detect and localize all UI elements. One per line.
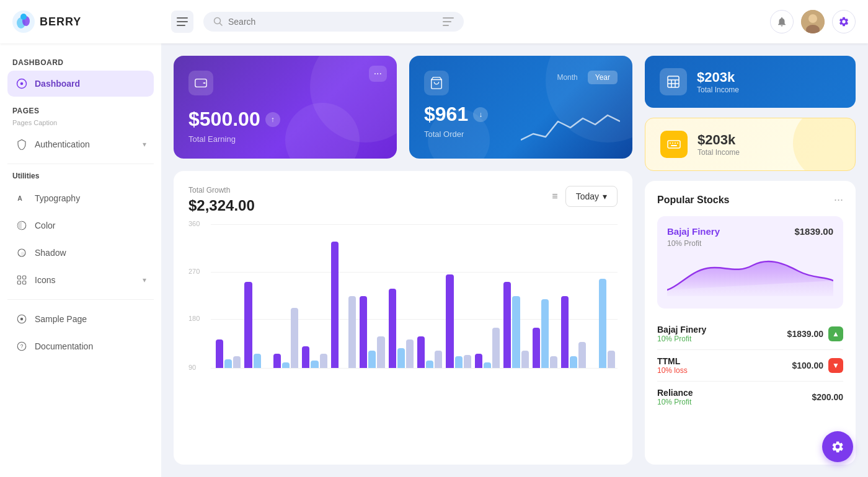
bar-lightblue bbox=[282, 362, 290, 368]
stock-info-reliance: Reliance 10% Profit bbox=[657, 388, 693, 406]
sidebar-item-documentation[interactable]: ? Documentation bbox=[7, 333, 154, 359]
table-icon bbox=[666, 74, 681, 89]
sidebar-item-typography[interactable]: A Typography bbox=[7, 185, 154, 211]
bar-lightblue bbox=[224, 359, 232, 368]
typography-label: Typography bbox=[35, 193, 80, 203]
stock-down-arrow-icon: ▼ bbox=[828, 358, 843, 373]
bar-lightblue bbox=[397, 348, 405, 368]
avatar[interactable] bbox=[801, 10, 825, 33]
svg-rect-23 bbox=[17, 281, 20, 284]
shadow-icon bbox=[15, 246, 29, 260]
order-sparkline bbox=[521, 109, 620, 146]
logo-text: BERRY bbox=[40, 15, 81, 28]
notification-button[interactable] bbox=[770, 10, 794, 33]
bar-lavender bbox=[550, 356, 557, 368]
sidebar-divider bbox=[7, 164, 154, 164]
bar-purple bbox=[446, 274, 453, 368]
sidebar-item-sample-page[interactable]: Sample Page bbox=[7, 306, 154, 332]
chart-amount: $2,324.00 bbox=[188, 197, 255, 214]
menu-button[interactable] bbox=[171, 11, 193, 33]
chart-title: Total Growth bbox=[188, 186, 255, 195]
dashboard-icon bbox=[15, 77, 29, 90]
stock-name-reliance: Reliance bbox=[657, 388, 693, 398]
logo: BERRY bbox=[12, 11, 161, 33]
bar-purple bbox=[273, 354, 281, 368]
bar-purple bbox=[417, 336, 425, 368]
bar-purple bbox=[389, 289, 396, 368]
order-card-icon bbox=[424, 71, 449, 95]
settings-icon bbox=[838, 16, 849, 27]
bar-lightblue bbox=[368, 351, 376, 368]
svg-rect-11 bbox=[443, 25, 449, 26]
today-button[interactable]: Today ▾ bbox=[565, 186, 618, 207]
documentation-label: Documentation bbox=[35, 341, 93, 351]
bag-icon bbox=[430, 76, 443, 90]
bar-group-8 bbox=[417, 224, 442, 368]
featured-stock-top: Bajaj Finery $1839.00 bbox=[667, 226, 833, 237]
svg-rect-10 bbox=[443, 21, 451, 22]
card-income-yellow: $203k Total Income bbox=[645, 118, 856, 171]
svg-point-3 bbox=[20, 14, 27, 20]
bar-purple bbox=[244, 282, 252, 368]
sidebar-item-shadow[interactable]: Shadow bbox=[7, 240, 154, 266]
chart-text: Total Growth $2,324.00 bbox=[188, 186, 255, 214]
bar-purple bbox=[302, 346, 309, 368]
search-input[interactable] bbox=[228, 17, 438, 27]
chart-menu-icon[interactable]: ≡ bbox=[552, 191, 557, 202]
svg-line-8 bbox=[220, 24, 223, 26]
content: ··· $500.00 ↑ Total Earning bbox=[161, 43, 868, 477]
income-yellow-label: Total Income bbox=[698, 148, 740, 157]
cards-row: ··· $500.00 ↑ Total Earning bbox=[174, 56, 632, 159]
bar-group-7 bbox=[389, 224, 414, 368]
stock-profit-bajaj: 10% Profit bbox=[657, 335, 706, 343]
svg-rect-4 bbox=[177, 17, 188, 19]
authentication-icon bbox=[15, 138, 29, 151]
stocks-more-button[interactable]: ··· bbox=[834, 193, 843, 206]
bar-lightblue bbox=[426, 361, 433, 368]
bar-group-3 bbox=[273, 224, 298, 368]
bar-lavender bbox=[521, 351, 529, 368]
income-blue-amount: $203k bbox=[697, 69, 739, 85]
bar-lavender bbox=[377, 336, 384, 368]
bar-lavender bbox=[464, 355, 471, 368]
stock-list-item-2: TTML 10% loss $100.00 ▼ bbox=[657, 350, 843, 382]
settings-button[interactable] bbox=[832, 10, 856, 33]
bar-group-11 bbox=[503, 224, 528, 368]
bar-group-2 bbox=[244, 224, 269, 368]
stock-info-bajaj: Bajaj Finery 10% Profit bbox=[657, 325, 706, 343]
stock-price-reliance: $200.00 bbox=[812, 392, 843, 402]
search-icon bbox=[213, 17, 223, 27]
bar-purple bbox=[331, 242, 339, 368]
bars-area bbox=[213, 224, 618, 368]
bar-group-5 bbox=[331, 224, 356, 368]
featured-stock-sparkline bbox=[667, 253, 833, 296]
stock-profit-reliance: 10% Profit bbox=[657, 398, 693, 406]
fab-button[interactable] bbox=[822, 431, 853, 462]
chart-header: Total Growth $2,324.00 ≡ Today ▾ bbox=[188, 186, 618, 214]
keyboard-icon bbox=[666, 137, 681, 152]
svg-rect-24 bbox=[23, 281, 26, 284]
stock-info-ttml: TTML 10% loss bbox=[657, 356, 688, 375]
sidebar-item-icons[interactable]: Icons ▾ bbox=[7, 267, 154, 293]
svg-rect-6 bbox=[177, 25, 185, 26]
stocks-header: Popular Stocks ··· bbox=[657, 193, 843, 206]
stock-profit-ttml: 10% loss bbox=[657, 366, 688, 375]
chevron-down-icon: ▾ bbox=[603, 191, 607, 201]
sidebar-item-dashboard[interactable]: Dashboard bbox=[7, 71, 154, 97]
card-order: Month Year $961 ↓ Total Order bbox=[409, 56, 632, 159]
sample-page-icon bbox=[15, 312, 29, 326]
income-blue-icon bbox=[660, 68, 687, 95]
stocks-section: Popular Stocks ··· Bajaj Finery $1839.00… bbox=[645, 181, 856, 465]
card-earning: ··· $500.00 ↑ Total Earning bbox=[174, 56, 397, 159]
bar-group-10 bbox=[475, 224, 500, 368]
bar-purple bbox=[561, 296, 569, 368]
stock-up-arrow-icon: ▲ bbox=[828, 326, 843, 341]
sidebar-item-color[interactable]: Color bbox=[7, 212, 154, 239]
svg-text:A: A bbox=[17, 195, 22, 202]
sidebar-item-authentication[interactable]: Authentication ▾ bbox=[7, 131, 154, 157]
earning-more-button[interactable]: ··· bbox=[369, 66, 387, 82]
bar-lavender bbox=[320, 354, 327, 368]
income-yellow-text: $203k Total Income bbox=[698, 132, 740, 157]
typography-icon: A bbox=[15, 191, 29, 205]
stocks-title: Popular Stocks bbox=[657, 195, 729, 206]
